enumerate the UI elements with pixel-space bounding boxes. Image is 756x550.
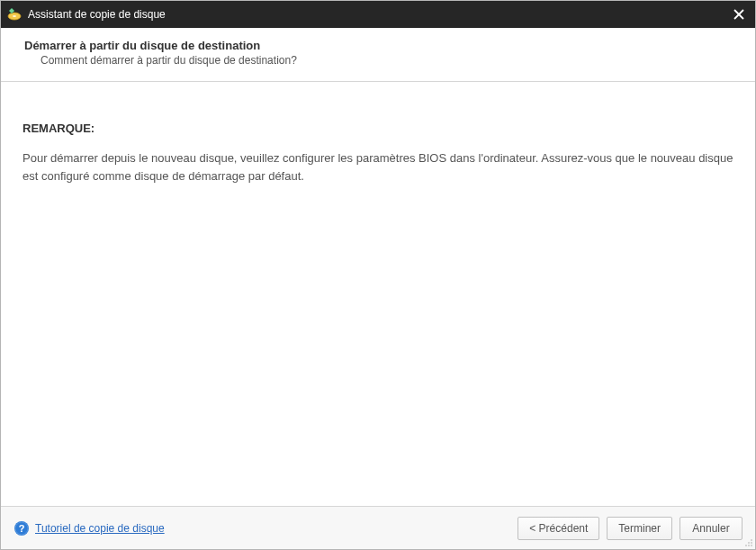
- help-icon: ?: [14, 520, 30, 536]
- page-subtitle: Comment démarrer à partir du disque de d…: [40, 54, 732, 67]
- titlebar: Assistant de copie de disque: [1, 1, 755, 28]
- finish-button[interactable]: Terminer: [607, 517, 672, 540]
- cancel-button[interactable]: Annuler: [680, 517, 742, 540]
- footer-right: < Précédent Terminer Annuler: [518, 517, 742, 540]
- header-panel: Démarrer à partir du disque de destinati…: [1, 28, 755, 81]
- close-button[interactable]: [723, 1, 755, 28]
- back-button[interactable]: < Précédent: [518, 517, 599, 540]
- window-title: Assistant de copie de disque: [28, 8, 723, 21]
- remark-heading: REMARQUE:: [22, 122, 734, 135]
- resize-grip-icon[interactable]: [744, 538, 753, 547]
- footer-bar: ? Tutoriel de copie de disque < Précéden…: [1, 506, 755, 549]
- svg-point-12: [751, 545, 752, 546]
- app-icon: [6, 6, 22, 23]
- svg-point-9: [751, 542, 752, 544]
- svg-text:?: ?: [19, 523, 25, 534]
- svg-point-8: [748, 542, 750, 544]
- svg-point-7: [751, 539, 752, 541]
- page-title: Démarrer à partir du disque de destinati…: [24, 39, 732, 52]
- svg-point-10: [745, 545, 747, 546]
- tutorial-link[interactable]: Tutoriel de copie de disque: [35, 522, 165, 535]
- content-panel: REMARQUE: Pour démarrer depuis le nouvea…: [1, 81, 755, 506]
- svg-point-1: [13, 15, 16, 17]
- svg-point-11: [748, 545, 750, 546]
- remark-body: Pour démarrer depuis le nouveau disque, …: [22, 149, 734, 185]
- footer-left: ? Tutoriel de copie de disque: [14, 520, 165, 536]
